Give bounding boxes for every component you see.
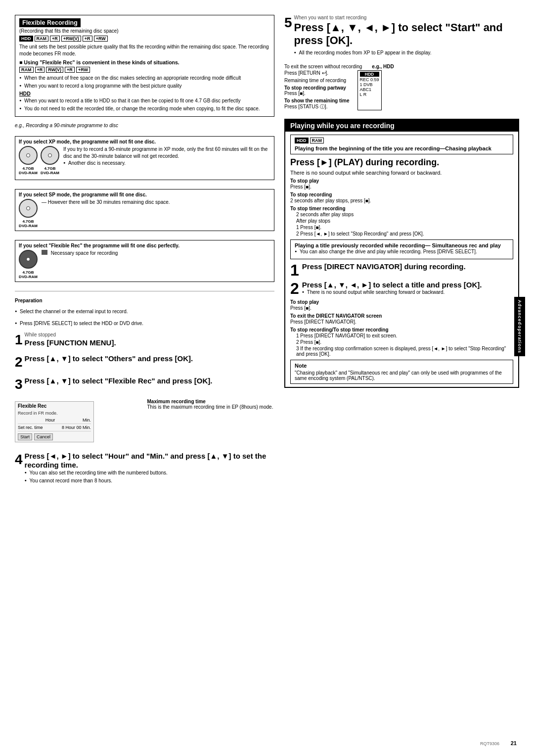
right-step-2-row: 2 Press [▲, ▼, ◄, ►] to select a title a… (290, 281, 513, 297)
xp-mode-title: If you select XP mode, the programme wil… (19, 139, 270, 144)
step-4-number: 4 (15, 452, 23, 468)
flex-mode-title: If you select "Flexible Rec" the program… (19, 243, 270, 248)
doc-ref: RQT9306 (480, 741, 499, 746)
right-column: 5 When you want to start recording Press… (284, 15, 519, 741)
press-play-section: Press [►] (PLAY) during recording. There… (290, 157, 513, 176)
tag-plus-r2: +R (83, 36, 92, 42)
simultaneous-box: Playing a title previously recorded whil… (290, 239, 513, 259)
stop-partway-action: Press [■]. (284, 91, 350, 96)
flex-rec-col3: Min. (83, 418, 91, 423)
disc-circle-sp (19, 199, 38, 218)
show-remaining-label: To show the remaining time (284, 98, 350, 103)
stop-rec2-step1: 1 Press [DIRECT NAVIGATOR] to exit scree… (290, 333, 513, 338)
using-bullet-1: When the amount of free space on the dis… (19, 75, 270, 82)
remaining-box-line2: 1 DVB (360, 82, 373, 87)
disc-circle-xp-2 (41, 146, 59, 165)
adv-ops-line1: Advanced (517, 300, 522, 325)
stop-timer-step-1: 2 seconds after play stops (290, 212, 513, 217)
stop-timer-step-2: After play stops (290, 218, 513, 224)
flex-rec-col2: Hour (45, 418, 55, 423)
disc-label-sp: 4.7GBDVD-RAM (19, 219, 38, 228)
disc-label-xp-2: 4.7GBDVD-RAM (41, 166, 59, 175)
flex-rec-row-value: 8 Hour 00 Min. (62, 425, 91, 430)
using-bullet-2: When you want to record a long programme… (19, 83, 270, 90)
playing-section: Playing while you are recording HDD RAM … (284, 119, 519, 388)
disc-label-flex: 4.7GBDVD-RAM (19, 270, 38, 279)
remaining-display-box: HDD REC 0:59 1 DVB ABC1 L R (357, 70, 382, 110)
tag-rw2: +RW (76, 67, 90, 73)
page-number: 21 (511, 740, 517, 746)
tag-rwv3: RW(V) (46, 67, 63, 73)
right-step-1-content: Press [DIRECT NAVIGATOR] during recordin… (302, 262, 513, 271)
step-4-right: Maximum recording time This is the maxim… (147, 399, 275, 410)
xp-mode-text: If you try to record a 90-minute program… (63, 146, 270, 168)
flexible-recording-section: Flexible Recording (Recording that fits … (15, 15, 274, 117)
flex-rec-ui-subtitle: Record in FR mode. (18, 411, 91, 416)
prep-bullet-2: Press [DRIVE SELECT] to select the HDD o… (15, 320, 274, 327)
flex-mode-legend: Necessary space for recording (42, 250, 270, 257)
press-play-note: There is no sound output while searching… (290, 170, 513, 176)
hdd-bullet-1: When you want to record a title to HDD s… (19, 97, 270, 104)
flex-rec-row-label: Set rec. time (18, 425, 43, 430)
stop-rec2-step2: 2 Press [■]. (290, 339, 513, 345)
exit-screen-label: To exit the screen without recording (284, 64, 362, 69)
press-play-instruction: Press [►] (PLAY) during recording. (290, 157, 513, 168)
max-rec-label: Maximum recording time (147, 399, 275, 404)
step-4-left: Flexible Rec Record in FR mode. Hour Min… (15, 399, 142, 445)
stop-play-label: To stop play (290, 178, 513, 184)
right-step-1-num: 1 (290, 262, 299, 278)
disc-hole-xp-2 (48, 153, 52, 157)
flex-rec-start-btn[interactable]: Start (18, 433, 32, 440)
note-text: "Chasing playback" and "Simultaneous rec… (295, 370, 509, 381)
step-4-content: Press [◄, ►] to select "Hour" and "Min."… (25, 452, 274, 485)
step-2-instruction: Press [▲, ▼] to select "Others" and pres… (25, 354, 274, 363)
sp-mode-title: If you select SP mode, the programme wil… (19, 192, 270, 197)
remaining-box-line4: L R (360, 92, 367, 97)
step-1-when: While stopped (25, 332, 274, 337)
flex-rec-cancel-btn[interactable]: Cancel (34, 433, 53, 440)
sp-mode-box: If you select SP mode, the programme wil… (15, 189, 274, 231)
step-4-area: Flexible Rec Record in FR mode. Hour Min… (15, 399, 274, 445)
flexible-recording-title: Flexible Recording (19, 18, 81, 27)
sp-mode-text: — However there will be 30 minutes remai… (42, 199, 270, 206)
step-2-content: Press [▲, ▼] to select "Others" and pres… (25, 354, 274, 363)
stop-recording-action: 2 seconds after play stops, press [■]. (290, 198, 513, 203)
stop-recording2-label: To stop recording/To stop timer recordin… (290, 327, 513, 332)
tag-rwv2: +R (35, 67, 45, 73)
xp-mode-box: If you select XP mode, the programme wil… (15, 136, 274, 180)
disc-hole-flex (26, 257, 30, 261)
tag-ram: RAM (35, 36, 49, 42)
chasing-playback-box: HDD RAM Playing from the beginning of th… (290, 135, 513, 154)
simultaneous-bullet: You can also change the drive and play w… (295, 248, 509, 255)
hdd-bullet-2: You do not need to edit the recorded tit… (19, 105, 270, 112)
step-5-bullet: All the recording modes from XP to EP ap… (294, 49, 519, 56)
step-1-instruction: Press [FUNCTION MENU]. (25, 338, 274, 347)
step-3-row: 3 Press [▲, ▼] to select "Flexible Rec" … (15, 377, 274, 392)
eg-label: e.g., Recording a 90-minute programme to… (15, 123, 274, 128)
remaining-label: Remaining time of recording (284, 78, 350, 83)
left-column: Flexible Recording (Recording that fits … (15, 15, 274, 741)
tag-hdd-play: HDD (295, 138, 309, 143)
chasing-tags: HDD RAM (295, 138, 509, 143)
exit-screen-row: To exit the screen without recording e.g… (284, 64, 394, 69)
using-tags-row: RAM +R RW(V) +R +RW (19, 67, 270, 73)
exit-direct-nav-action: Press [DIRECT NAVIGATOR]. (290, 319, 513, 325)
show-remaining-action: Press [STATUS ⓘ]. (284, 103, 350, 110)
tag-rwv1: +RW(V) (61, 36, 81, 42)
step-3-instruction: Press [▲, ▼] to select "Flexible Rec" an… (25, 377, 274, 385)
playing-title: Playing while you are recording (285, 120, 518, 132)
right-step-1-instruction: Press [DIRECT NAVIGATOR] during recordin… (302, 262, 513, 271)
simultaneous-title: Playing a title previously recorded whil… (295, 242, 509, 248)
stop-timer-step-3: 1 Press [■]. (290, 225, 513, 230)
xp-mode-content: 4.7GBDVD-RAM 4.7GBDVD-RAM If you try to … (19, 146, 270, 177)
flexible-recording-intro: The unit sets the best possible picture … (19, 44, 270, 57)
stop-timer-label: To stop timer recording (290, 206, 513, 211)
step-5-actions: To exit the screen without recording e.g… (284, 64, 394, 112)
using-flex-rec-heading: Using "Flexible Rec" is convenient in th… (19, 59, 270, 65)
stop-timer-step-4: 2 Press [◄, ►] to select "Stop Recording… (290, 231, 513, 236)
tag-plus-r1: +R (50, 36, 60, 42)
right-step-2-bullet: There is no sound output while searching… (302, 289, 513, 296)
flex-rec-ui-title: Flexible Rec (18, 403, 91, 409)
flex-rec-ui: Flexible Rec Record in FR mode. Hour Min… (15, 401, 94, 442)
sp-dashed-line: — (42, 199, 48, 205)
